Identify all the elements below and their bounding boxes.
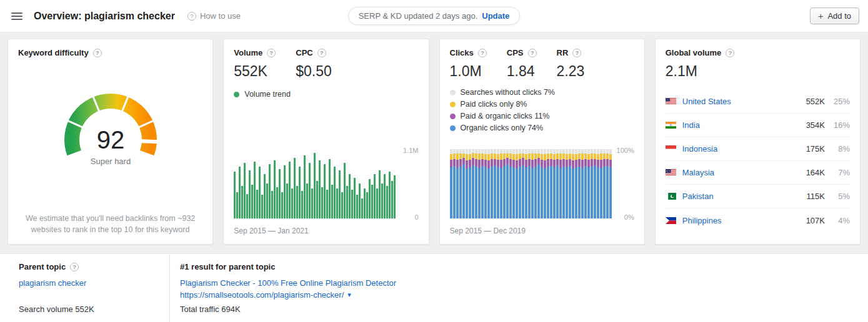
- y-max-label: 100%: [612, 147, 634, 154]
- clicks-bar-segment: [528, 166, 531, 218]
- legend-label: Paid & organic clicks 11%: [461, 112, 550, 120]
- help-icon[interactable]: [267, 49, 276, 57]
- volume-bar: [334, 167, 336, 218]
- update-link[interactable]: Update: [482, 11, 509, 21]
- metric-cards: Keyword difficulty 92Super hard We estim…: [7, 39, 861, 245]
- add-to-label: Add to: [827, 11, 851, 21]
- volume-bar: [329, 159, 331, 218]
- clicks-bar: [559, 149, 562, 218]
- clicks-bar-segment: [466, 149, 468, 154]
- country-link[interactable]: Pakistan: [682, 192, 714, 201]
- country-link[interactable]: Malaysia: [682, 168, 714, 177]
- caret-down-icon[interactable]: ▾: [347, 291, 351, 299]
- volume-bar: [269, 164, 271, 218]
- help-icon[interactable]: [478, 49, 487, 57]
- clicks-bar-segment: [525, 154, 527, 160]
- clicks-bar-segment: [519, 167, 521, 218]
- volume-bar: [314, 153, 316, 218]
- clicks-bar-segment: [478, 160, 481, 168]
- volume-y-axis: 1.1M 0: [396, 149, 419, 219]
- x-axis-label: Sep 2015 — Jan 2021: [234, 227, 418, 235]
- clicks-bar-segment: [553, 149, 556, 154]
- volume-bar: [341, 192, 343, 218]
- clicks-bar-segment: [562, 159, 565, 167]
- add-to-button[interactable]: + Add to: [810, 7, 859, 24]
- top-result-heading: #1 result for parent topic: [180, 262, 858, 271]
- clicks-bar-segment: [559, 160, 562, 168]
- help-icon[interactable]: [726, 49, 734, 57]
- global-volume-title: Global volume: [666, 48, 850, 57]
- page-title: Overview: plagiarism checker: [34, 11, 175, 22]
- how-to-use-link[interactable]: How to use: [187, 11, 241, 21]
- clicks-bar: [562, 149, 565, 218]
- help-icon[interactable]: [70, 263, 79, 271]
- clicks-bar-segment: [578, 159, 581, 167]
- clicks-bar-segment: [522, 154, 524, 159]
- clicks-bar-segment: [453, 166, 456, 218]
- menu-icon[interactable]: [9, 9, 25, 23]
- volume-bar: [241, 186, 243, 219]
- volume-bar: [364, 188, 366, 218]
- clicks-value: 1.0M: [450, 63, 487, 80]
- clicks-bar-segment: [541, 149, 543, 154]
- country-volume: 354K: [794, 120, 825, 130]
- volume-bar: [339, 170, 341, 218]
- clicks-bar: [462, 149, 465, 218]
- clicks-bar-segment: [594, 159, 596, 165]
- clicks-bar: [503, 149, 506, 218]
- cps-label: CPS: [507, 48, 524, 57]
- clicks-bar: [584, 149, 587, 218]
- top-result-title-link[interactable]: Plagiarism Checker - 100% Free Online Pl…: [180, 278, 396, 288]
- clicks-bar-segment: [478, 149, 481, 154]
- top-result-url[interactable]: https://smallseotools.com/plagiarism-che…: [180, 290, 351, 300]
- clicks-bar-segment: [584, 154, 587, 159]
- country-link[interactable]: Indonesia: [682, 144, 717, 154]
- clicks-bar-segment: [500, 154, 502, 160]
- clicks-bar: [484, 149, 487, 218]
- parent-topic-link[interactable]: plagiarism checker: [19, 278, 86, 288]
- top-result-label: #1 result for parent topic: [180, 262, 275, 271]
- clicks-label: Clicks: [450, 48, 474, 57]
- clicks-bar-segment: [453, 154, 456, 159]
- clicks-bar: [512, 149, 515, 218]
- clicks-bar: [569, 149, 571, 218]
- clicks-bar-segment: [516, 160, 518, 168]
- help-icon[interactable]: [317, 49, 326, 57]
- country-link[interactable]: India: [682, 120, 700, 130]
- help-icon[interactable]: [572, 49, 581, 57]
- clicks-bar-segment: [509, 159, 512, 167]
- country-volume: 552K: [794, 97, 825, 106]
- clicks-bar-segment: [497, 160, 499, 167]
- volume-bar: [376, 188, 378, 218]
- flag-my-icon: [666, 169, 676, 176]
- clicks-bar-segment: [556, 159, 559, 165]
- legend-item: Searches without clicks 7%: [450, 88, 634, 97]
- help-icon[interactable]: [528, 49, 537, 57]
- clicks-bar-segment: [566, 154, 568, 160]
- parent-topic-label: Parent topic: [19, 262, 66, 271]
- rr-label: RR: [557, 48, 569, 57]
- clicks-bar-segment: [456, 149, 459, 154]
- clicks-bar: [550, 149, 552, 218]
- top-result-url-text: https://smallseotools.com/plagiarism-che…: [180, 290, 344, 300]
- global-volume-value: 2.1M: [666, 63, 850, 80]
- clicks-bar-segment: [572, 149, 574, 154]
- country-link[interactable]: United States: [682, 97, 731, 106]
- volume-bar: [306, 183, 308, 218]
- clicks-bar-segment: [584, 149, 587, 154]
- clicks-bar-segment: [534, 159, 537, 167]
- clicks-bar-segment: [469, 149, 471, 154]
- volume-bar: [289, 162, 291, 218]
- clicks-bar-segment: [478, 168, 481, 218]
- clicks-bar-segment: [522, 149, 524, 154]
- volume-bar: [251, 185, 253, 219]
- volume-bar: [386, 186, 388, 219]
- help-icon[interactable]: [93, 49, 102, 57]
- legend-item: Paid & organic clicks 11%: [450, 112, 634, 120]
- clicks-bar: [506, 149, 509, 218]
- volume-label: Volume: [234, 48, 262, 57]
- clicks-bar-segment: [509, 149, 512, 154]
- clicks-bar: [472, 149, 474, 218]
- country-link[interactable]: Philippines: [682, 216, 722, 225]
- clicks-bar: [478, 149, 481, 218]
